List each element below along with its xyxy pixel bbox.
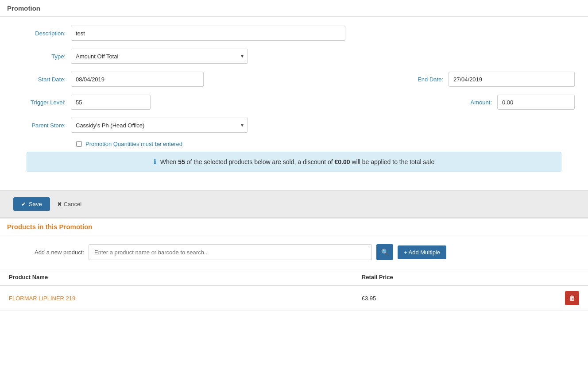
parent-store-label: Parent Store: <box>13 122 71 129</box>
action-bar: ✔ Save ✖ Cancel <box>0 191 588 218</box>
promotion-form: Description: Type: Amount Off Total Perc… <box>0 17 588 191</box>
products-title-highlight: in <box>38 223 43 230</box>
checkbox-row: Promotion Quantities must be entered <box>76 141 575 147</box>
parent-store-group: Parent Store: Cassidy's Ph (Head Office) <box>13 118 575 133</box>
description-input[interactable] <box>71 26 345 41</box>
info-banner: ℹ When 55 of the selected products below… <box>27 152 561 172</box>
table-header-row: Product Name Retail Price <box>0 269 588 285</box>
col-header-action <box>529 269 588 285</box>
products-title-suffix: this Promotion <box>44 223 93 230</box>
search-wrapper <box>89 244 372 260</box>
cancel-button[interactable]: ✖ Cancel <box>55 197 83 211</box>
add-multiple-label: + Add Multiple <box>404 249 440 256</box>
add-multiple-button[interactable]: + Add Multiple <box>398 245 446 259</box>
type-select[interactable]: Amount Off Total Percentage Off Total Fi… <box>71 49 248 64</box>
save-button[interactable]: ✔ Save <box>13 197 50 211</box>
start-date-label: Start Date: <box>13 76 71 83</box>
description-group: Description: <box>13 26 575 41</box>
save-label: Save <box>29 201 42 207</box>
save-icon: ✔ <box>21 201 26 207</box>
info-icon: ℹ <box>154 158 156 165</box>
dates-row: Start Date: End Date: <box>13 72 575 87</box>
start-date-input[interactable] <box>71 72 204 87</box>
cancel-label: Cancel <box>64 201 81 207</box>
parent-store-select[interactable]: Cassidy's Ph (Head Office) <box>71 118 248 133</box>
product-name-link[interactable]: FLORMAR LIPLINER 219 <box>9 295 75 302</box>
table-row: FLORMAR LIPLINER 219 €3.95 🗑 <box>0 285 588 311</box>
parent-store-row: Parent Store: Cassidy's Ph (Head Office) <box>13 118 575 133</box>
trigger-group: Trigger Level: <box>13 95 453 110</box>
products-section-header: Products in this Promotion <box>0 218 588 235</box>
type-row: Type: Amount Off Total Percentage Off To… <box>13 49 575 64</box>
type-group: Type: Amount Off Total Percentage Off To… <box>13 49 575 64</box>
delete-product-button[interactable]: 🗑 <box>565 291 579 305</box>
products-section: Products in this Promotion Add a new pro… <box>0 218 588 311</box>
products-title-prefix: Products <box>7 223 38 230</box>
quantities-checkbox[interactable] <box>76 141 82 147</box>
store-select-wrapper: Cassidy's Ph (Head Office) <box>71 118 248 133</box>
product-action-cell: 🗑 <box>529 285 588 311</box>
checkbox-label: Promotion Quantities must be entered <box>85 141 182 147</box>
add-product-label: Add a new product: <box>13 249 84 256</box>
description-row: Description: <box>13 26 575 41</box>
info-prefix: When <box>160 158 178 165</box>
page-container: Promotion Description: Type: Amount Off … <box>0 0 588 368</box>
cancel-icon: ✖ <box>57 201 62 207</box>
product-search-input[interactable] <box>89 244 372 260</box>
trigger-label: Trigger Level: <box>13 99 71 106</box>
trigger-input[interactable] <box>71 95 151 110</box>
product-name-cell: FLORMAR LIPLINER 219 <box>0 285 353 311</box>
amount-label: Amount: <box>453 99 497 106</box>
start-date-group: Start Date: <box>13 72 404 87</box>
info-suffix: will be applied to the total sale <box>350 158 435 165</box>
product-price-cell: €3.95 <box>353 285 529 311</box>
products-table: Product Name Retail Price FLORMAR LIPLIN… <box>0 269 588 311</box>
page-title: Promotion <box>7 4 40 12</box>
end-date-group: End Date: <box>404 72 575 87</box>
info-middle: of the selected products below are sold,… <box>185 158 335 165</box>
info-trigger: 55 <box>178 158 185 165</box>
section-header: Promotion <box>0 0 588 17</box>
trigger-row: Trigger Level: Amount: <box>13 95 575 110</box>
type-label: Type: <box>13 53 71 60</box>
search-button[interactable]: 🔍 <box>376 244 393 260</box>
type-select-wrapper: Amount Off Total Percentage Off Total Fi… <box>71 49 248 64</box>
end-date-label: End Date: <box>404 76 449 83</box>
col-header-price: Retail Price <box>353 269 529 285</box>
col-header-name: Product Name <box>0 269 353 285</box>
info-amount: €0.00 <box>334 158 350 165</box>
amount-input[interactable] <box>497 95 575 110</box>
description-label: Description: <box>13 30 71 37</box>
add-product-row: Add a new product: 🔍 + Add Multiple <box>0 235 588 269</box>
amount-group: Amount: <box>453 95 575 110</box>
search-icon: 🔍 <box>381 249 389 256</box>
trash-icon: 🗑 <box>569 295 575 302</box>
end-date-input[interactable] <box>449 72 575 87</box>
